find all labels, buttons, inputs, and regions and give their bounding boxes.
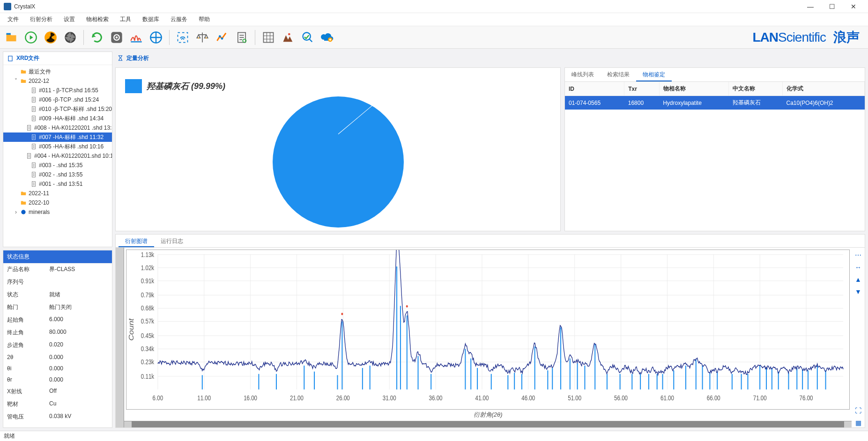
grid-button[interactable]	[260, 29, 277, 46]
status-val: 界-CLASS	[49, 265, 108, 276]
phase-table[interactable]: IDTxr物相名称中文名称化学式 01-074-056516800Hydroxy…	[565, 82, 865, 110]
menu-物相检索[interactable]: 物相检索	[81, 14, 114, 25]
legend-label: 羟基磷灰石 (99.99%)	[147, 81, 225, 92]
svg-text:0.91k: 0.91k	[141, 277, 155, 285]
svg-text:16.00: 16.00	[244, 394, 257, 402]
hscroll-pad[interactable]	[124, 421, 852, 427]
radiation-button[interactable]	[42, 29, 59, 46]
tree-item[interactable]: 2022-10	[3, 198, 112, 207]
spectrum-button[interactable]	[128, 29, 145, 46]
col-header[interactable]: ID	[565, 82, 624, 96]
svg-rect-9	[178, 32, 188, 42]
table-row[interactable]: 01-074-056516800Hydroxylapatite羟基磷灰石Ca10…	[565, 96, 865, 110]
settings-button[interactable]	[108, 29, 125, 46]
svg-text:6.00: 6.00	[153, 394, 163, 402]
status-key: 产品名称	[7, 265, 49, 276]
svg-point-12	[219, 35, 221, 37]
maximize-button[interactable]: ☐	[821, 0, 843, 13]
phase-tabs: 峰线列表检索结果物相鉴定	[565, 68, 865, 82]
file-tree[interactable]: 最近文件˅2022-12#011 - β-TCP.shd 16:55#006 -…	[3, 65, 112, 247]
tree-item[interactable]: #008 - HA-K01220201 .shd 13:48	[3, 123, 112, 132]
col-header[interactable]: 物相名称	[659, 82, 729, 96]
menu-衍射分析[interactable]: 衍射分析	[24, 14, 58, 25]
tree-item[interactable]: #007 -HA-标样 .shd 11:32	[3, 132, 112, 142]
col-header[interactable]: 化学式	[783, 82, 865, 96]
toolbar: LANScientific 浪声	[0, 26, 868, 49]
fingerprint-button[interactable]	[174, 29, 191, 46]
balance-button[interactable]	[194, 29, 211, 46]
svg-point-13	[221, 37, 223, 40]
svg-text:66.00: 66.00	[707, 394, 720, 402]
tree-item[interactable]: #011 - β-TCP.shd 16:55	[3, 86, 112, 95]
tree-item[interactable]: ›minerals	[3, 207, 112, 217]
minimize-button[interactable]: —	[800, 0, 821, 13]
svg-point-11	[206, 37, 207, 38]
tool-down-icon[interactable]: ▼	[853, 287, 863, 296]
tool-dots-icon[interactable]: ⋯	[853, 250, 863, 260]
tool-expand-icon[interactable]: ⛶	[853, 406, 863, 415]
spectrum-tab[interactable]: 运行日志	[154, 235, 190, 247]
vscroll-pad[interactable]	[116, 248, 124, 427]
app-title: CrystalX	[14, 3, 35, 10]
xrd-plot[interactable]: 0.11k0.23k0.34k0.45k0.57k0.68k0.79k0.91k…	[126, 250, 850, 410]
status-key: X射线	[7, 388, 49, 398]
status-panel-title: 状态信息	[7, 253, 30, 261]
menu-数据库[interactable]: 数据库	[137, 14, 165, 25]
tool-grid-icon[interactable]: ▦	[853, 418, 863, 427]
brand-logo: LANScientific 浪声	[752, 29, 865, 46]
svg-rect-0	[7, 33, 11, 35]
menu-帮助[interactable]: 帮助	[193, 14, 215, 25]
svg-text:0.57k: 0.57k	[141, 317, 155, 325]
hourglass-icon	[117, 55, 124, 61]
menu-工具[interactable]: 工具	[114, 14, 137, 25]
tree-item[interactable]: #004 - HA-K01220201.shd 10:15	[3, 151, 112, 161]
refresh-button[interactable]	[89, 29, 105, 46]
status-key: 起始角	[7, 316, 49, 327]
svg-text:46.00: 46.00	[521, 394, 535, 402]
status-val: 0.000	[49, 365, 108, 375]
app-icon	[4, 3, 11, 10]
open-file-button[interactable]	[3, 29, 20, 46]
status-key: 2θ	[7, 354, 49, 363]
cloud-db-button[interactable]	[319, 29, 336, 46]
menu-设置[interactable]: 设置	[58, 14, 81, 25]
analyze-icon-button[interactable]	[299, 29, 316, 46]
menu-文件[interactable]: 文件	[2, 14, 24, 25]
play-button[interactable]	[22, 29, 39, 46]
spectrum-tab[interactable]: 衍射图谱	[119, 235, 154, 247]
phase-tab[interactable]: 检索结果	[601, 68, 636, 81]
svg-text:51.00: 51.00	[568, 394, 581, 402]
tree-item[interactable]: #001 - .shd 13:51	[3, 179, 112, 189]
col-header[interactable]: Txr	[624, 82, 659, 96]
tree-item[interactable]: ˅2022-12	[3, 76, 112, 86]
tree-item[interactable]: #010 -β-TCP-标样 .shd 15:20	[3, 104, 112, 114]
phase-panel: 峰线列表检索结果物相鉴定 IDTxr物相名称中文名称化学式 01-074-056…	[564, 67, 865, 231]
menubar: 文件衍射分析设置物相检索工具数据库云服务帮助	[0, 13, 868, 26]
tree-item[interactable]: #005 -HA-标样 .shd 10:16	[3, 142, 112, 151]
tree-item[interactable]: #002 - .shd 13:55	[3, 170, 112, 179]
tool-harrows-icon[interactable]: ↔	[853, 263, 863, 272]
close-button[interactable]: ✕	[843, 0, 864, 13]
svg-text:1.13k: 1.13k	[141, 250, 155, 258]
tree-item[interactable]: 最近文件	[3, 67, 112, 76]
tree-item[interactable]: 2022-11	[3, 189, 112, 198]
phase-tab[interactable]: 物相鉴定	[636, 68, 672, 81]
col-header[interactable]: 中文名称	[729, 82, 783, 96]
tree-item[interactable]: #009 -HA-标样 .shd 14:34	[3, 114, 112, 123]
report-button[interactable]	[233, 29, 250, 46]
trend-button[interactable]	[214, 29, 230, 46]
svg-text:0.45k: 0.45k	[141, 332, 155, 340]
document-icon	[7, 55, 14, 62]
legend-swatch	[125, 79, 142, 93]
target-button[interactable]	[148, 29, 164, 46]
peaks-icon-button[interactable]	[280, 29, 297, 46]
tree-item[interactable]: #006 -β-TCP .shd 15:24	[3, 95, 112, 104]
menu-云服务[interactable]: 云服务	[165, 14, 193, 25]
tree-item[interactable]: #003 - .shd 15:35	[3, 161, 112, 170]
svg-text:41.00: 41.00	[475, 394, 489, 402]
svg-rect-20	[8, 56, 12, 61]
tool-up-icon[interactable]: ▲	[853, 275, 863, 284]
phase-tab[interactable]: 峰线列表	[565, 68, 601, 81]
status-val: Off	[49, 388, 108, 398]
shutter-button[interactable]	[62, 29, 79, 46]
